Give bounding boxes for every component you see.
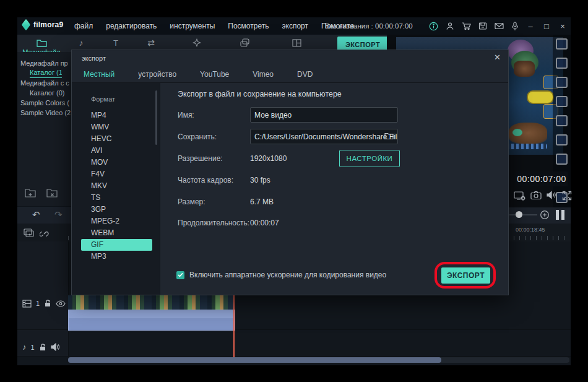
fullscreen-icon[interactable] xyxy=(562,191,572,201)
video-track-header: 1 xyxy=(22,299,66,308)
title-bar: filmora9 файл редактировать инструменты … xyxy=(17,17,571,35)
menu-export[interactable]: экспорт xyxy=(282,22,308,30)
red-highlight-annotation xyxy=(435,262,496,289)
titlebar-icons: – □ × xyxy=(429,17,567,35)
save-label: Сохранить: xyxy=(178,132,217,141)
zoom-slider-knob[interactable] xyxy=(516,211,522,218)
format-mp3[interactable]: MP3 xyxy=(81,251,152,263)
format-avi[interactable]: AVI xyxy=(81,145,152,157)
delete-folder-icon[interactable] xyxy=(46,188,58,198)
microphone-icon[interactable] xyxy=(511,22,519,31)
audio-track-header: ♪ 1 xyxy=(22,342,60,352)
duration-label: Продолжительность: xyxy=(178,219,249,227)
media-item-project[interactable]: Медиафайл пр xyxy=(20,59,71,68)
undo-icon[interactable]: ↶ xyxy=(32,209,40,220)
tab-local[interactable]: Местный xyxy=(78,66,120,84)
preview-controls xyxy=(514,191,572,201)
settings-button[interactable]: НАСТРОЙКИ xyxy=(339,150,400,167)
media-item-catalog1[interactable]: Каталог (1) xyxy=(30,69,62,78)
project-title: Без названия : 00:00:07:00 xyxy=(325,17,413,35)
audio-mute-icon[interactable] xyxy=(51,343,60,351)
menu-edit[interactable]: редактировать xyxy=(106,22,157,30)
link-icon[interactable] xyxy=(40,228,50,238)
display-settings-icon[interactable] xyxy=(514,191,525,201)
format-3gp[interactable]: 3GP xyxy=(81,204,152,215)
volume-icon[interactable] xyxy=(547,191,557,201)
format-mov[interactable]: MOV xyxy=(81,157,152,168)
cart-icon[interactable] xyxy=(462,22,471,30)
redo-icon[interactable]: ↷ xyxy=(54,209,63,220)
close-button[interactable]: × xyxy=(558,22,567,30)
resolution-label: Разрешение: xyxy=(178,154,223,163)
add-folder-icon[interactable] xyxy=(25,188,37,198)
filmora-logo-icon xyxy=(22,19,31,30)
format-mpeg2[interactable]: MPEG-2 xyxy=(81,215,152,227)
timeline-scrollbar-thumb[interactable] xyxy=(68,357,441,363)
timeline-clip-video[interactable] xyxy=(68,295,234,310)
name-input[interactable]: Мое видео xyxy=(250,107,398,123)
track-divider2 xyxy=(17,356,571,357)
video-lock-icon[interactable] xyxy=(44,299,51,308)
tab-youtube[interactable]: YouTube xyxy=(194,66,235,84)
menu-file[interactable]: файл xyxy=(74,22,93,30)
elements-tab-icon[interactable] xyxy=(238,36,251,50)
duration-value: 00:00:07 xyxy=(250,219,279,227)
minimize-button[interactable]: – xyxy=(526,22,535,30)
format-webm[interactable]: WEBM xyxy=(81,227,152,239)
app-logo: filmora9 xyxy=(22,20,63,29)
effects-tab-icon[interactable] xyxy=(190,36,204,50)
zoom-fit-icon[interactable] xyxy=(540,210,550,220)
maximize-button[interactable]: □ xyxy=(542,22,551,30)
media-folder-icon[interactable] xyxy=(35,36,48,50)
mail-icon[interactable] xyxy=(495,22,504,30)
tab-device[interactable]: устройство xyxy=(132,66,182,84)
transitions-tab-icon[interactable]: ⇄ xyxy=(144,36,158,50)
media-item-catalog0[interactable]: Каталог (0) xyxy=(30,89,71,98)
format-mp4[interactable]: MP4 xyxy=(81,110,152,121)
format-f4v[interactable]: F4V xyxy=(81,168,152,180)
titles-tab-icon[interactable]: T xyxy=(109,36,123,50)
timeline-zoom-slider[interactable] xyxy=(509,214,537,215)
audio-lock-icon[interactable] xyxy=(39,343,46,352)
media-save-icon[interactable] xyxy=(478,22,487,30)
tab-dvd[interactable]: DVD xyxy=(292,66,318,84)
format-hevc[interactable]: HEVC xyxy=(81,133,152,145)
record-screen-icon[interactable] xyxy=(24,228,35,237)
audio-tab-icon[interactable]: ♪ xyxy=(74,36,88,50)
audio-track-number: 1 xyxy=(31,344,35,351)
resolution-value: 1920x1080 xyxy=(250,154,287,163)
account-icon[interactable] xyxy=(446,22,454,30)
video-visibility-icon[interactable] xyxy=(56,300,66,307)
save-path-input[interactable]: C:/Users/User/Documents/Wondershare Fil xyxy=(250,129,398,144)
format-panel: Формат MP4 WMV HEVC AVI MOV F4V MKV TS 3… xyxy=(72,83,160,295)
media-item-shared[interactable]: Медиафайл с с xyxy=(20,79,71,88)
logo-text: filmora9 xyxy=(33,20,63,29)
browse-folder-icon[interactable] xyxy=(384,132,394,140)
audio-track-icon: ♪ xyxy=(22,342,27,352)
format-scrollbar[interactable] xyxy=(155,90,157,145)
format-list: MP4 WMV HEVC AVI MOV F4V MKV TS 3GP MPEG… xyxy=(72,110,160,263)
format-ts[interactable]: TS xyxy=(81,192,152,204)
timeline-clip-audio[interactable] xyxy=(68,310,235,331)
media-item-sample-colors[interactable]: Sample Colors ( xyxy=(20,99,71,108)
preview-timecode: 00:00:07:00 xyxy=(516,171,568,186)
framerate-label: Частота кадров: xyxy=(178,176,233,184)
hardware-accel-checkbox[interactable] xyxy=(176,271,184,279)
size-value: 6.7 MB xyxy=(250,198,274,206)
track-manager-icon[interactable] xyxy=(556,210,564,220)
tab-vimeo[interactable]: Vimeo xyxy=(247,66,279,84)
dialog-heading: Экспорт в файл и сохранение на компьютер… xyxy=(178,90,342,98)
menu-tools[interactable]: инструменты xyxy=(170,22,215,30)
format-gif-selected[interactable]: GIF xyxy=(81,239,152,251)
dialog-close-icon[interactable]: ✕ xyxy=(494,53,501,62)
screen: filmora9 файл редактировать инструменты … xyxy=(0,0,588,382)
format-header: Формат xyxy=(91,95,115,103)
info-icon[interactable] xyxy=(429,22,438,31)
playhead[interactable] xyxy=(233,295,235,357)
format-mkv[interactable]: MKV xyxy=(81,180,152,192)
format-wmv[interactable]: WMV xyxy=(81,121,152,133)
split-screen-tab-icon[interactable] xyxy=(290,36,303,50)
media-item-sample-video[interactable]: Sample Video (2 xyxy=(20,109,71,118)
menu-view[interactable]: Посмотреть xyxy=(228,22,269,30)
snapshot-camera-icon[interactable] xyxy=(530,191,542,201)
